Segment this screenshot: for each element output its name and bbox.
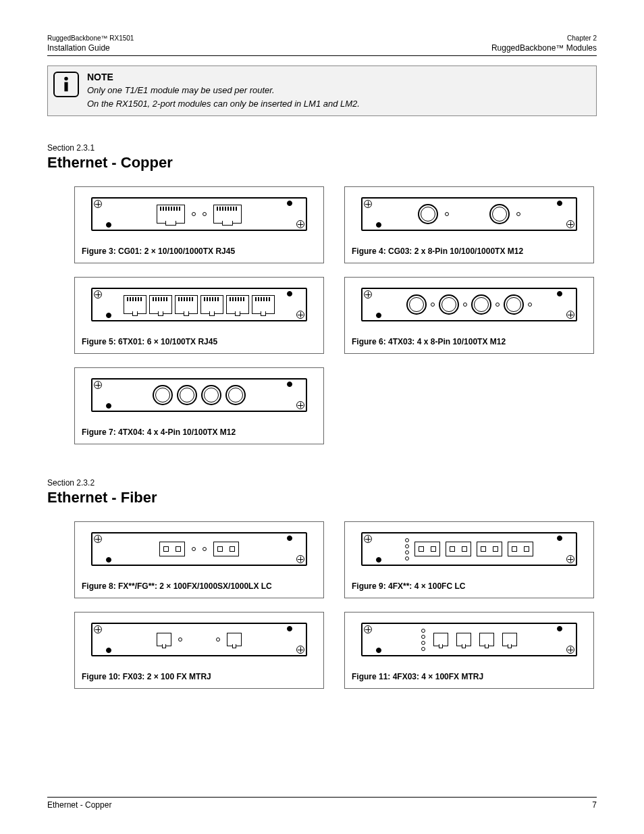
module-fx-fg-diagram	[82, 529, 317, 569]
figure-9-caption: Figure 9: 4FX**: 4 × 100FC LC	[352, 581, 587, 591]
module-4tx04-diagram	[82, 375, 317, 415]
section-fiber-label: Section 2.3.2	[47, 478, 597, 488]
figure-5: Figure 5: 6TX01: 6 × 10/100TX RJ45	[74, 277, 324, 354]
figure-7: Figure 7: 4TX04: 4 x 4-Pin 10/100TX M12	[74, 367, 324, 444]
figure-5-caption: Figure 5: 6TX01: 6 × 10/100TX RJ45	[82, 337, 317, 346]
figure-10: Figure 10: FX03: 2 × 100 FX MTRJ	[74, 612, 324, 689]
figure-11-caption: Figure 11: 4FX03: 4 × 100FX MTRJ	[352, 672, 587, 681]
copper-figures: Figure 3: CG01: 2 × 10/100/1000TX RJ45 F…	[74, 186, 597, 444]
figure-7-caption: Figure 7: 4TX04: 4 x 4-Pin 10/100TX M12	[82, 427, 317, 437]
module-4tx03-diagram	[352, 284, 587, 325]
figure-3: Figure 3: CG01: 2 × 10/100/1000TX RJ45	[74, 186, 324, 263]
module-fx03-diagram	[82, 619, 317, 660]
footer-left: Ethernet - Copper	[47, 800, 111, 810]
module-cg01-diagram	[82, 194, 317, 234]
module-4fx03-diagram	[352, 619, 587, 660]
figure-9: Figure 9: 4FX**: 4 × 100FC LC	[344, 521, 594, 598]
header-guide: Installation Guide	[47, 43, 110, 53]
note-line-2: On the RX1501, 2-port modules can only b…	[87, 97, 589, 111]
figure-8: Figure 8: FX**/FG**: 2 × 100FX/1000SX/10…	[74, 521, 324, 598]
figure-4-caption: Figure 4: CG03: 2 x 8-Pin 10/100/1000TX …	[352, 246, 587, 256]
note-line-1: Only one T1/E1 module may be used per ro…	[87, 84, 589, 97]
page-footer: Ethernet - Copper 7	[47, 797, 597, 810]
figure-10-caption: Figure 10: FX03: 2 × 100 FX MTRJ	[82, 672, 317, 681]
figure-3-caption: Figure 3: CG01: 2 × 10/100/1000TX RJ45	[82, 246, 317, 256]
module-4fx-diagram	[352, 529, 587, 569]
header-product: RuggedBackbone™ RX1501	[47, 34, 134, 43]
figure-6-caption: Figure 6: 4TX03: 4 x 8-Pin 10/100TX M12	[352, 337, 587, 346]
section-copper-label: Section 2.3.1	[47, 143, 597, 153]
figure-6: Figure 6: 4TX03: 4 x 8-Pin 10/100TX M12	[344, 277, 594, 354]
section-fiber-title: Ethernet - Fiber	[47, 489, 597, 506]
figure-4: Figure 4: CG03: 2 x 8-Pin 10/100/1000TX …	[344, 186, 594, 263]
page-header-sub: Installation Guide RuggedBackbone™ Modul…	[47, 43, 597, 56]
note-title: NOTE	[87, 72, 589, 82]
svg-point-0	[64, 77, 68, 80]
fiber-figures: Figure 8: FX**/FG**: 2 × 100FX/1000SX/10…	[74, 521, 597, 689]
note-box: NOTE Only one T1/E1 module may be used p…	[47, 66, 597, 116]
figure-8-caption: Figure 8: FX**/FG**: 2 × 100FX/1000SX/10…	[82, 581, 317, 591]
section-copper-title: Ethernet - Copper	[47, 154, 597, 172]
info-icon	[53, 72, 79, 97]
note-body: NOTE Only one T1/E1 module may be used p…	[87, 72, 589, 110]
header-section: RuggedBackbone™ Modules	[491, 43, 597, 53]
page-header-top: RuggedBackbone™ RX1501 Chapter 2	[47, 34, 597, 43]
svg-rect-1	[64, 82, 68, 92]
figure-11: Figure 11: 4FX03: 4 × 100FX MTRJ	[344, 612, 594, 689]
module-6tx01-diagram	[82, 284, 317, 325]
header-chapter: Chapter 2	[567, 34, 597, 43]
footer-page-number: 7	[592, 800, 597, 810]
module-cg03-diagram	[352, 194, 587, 234]
